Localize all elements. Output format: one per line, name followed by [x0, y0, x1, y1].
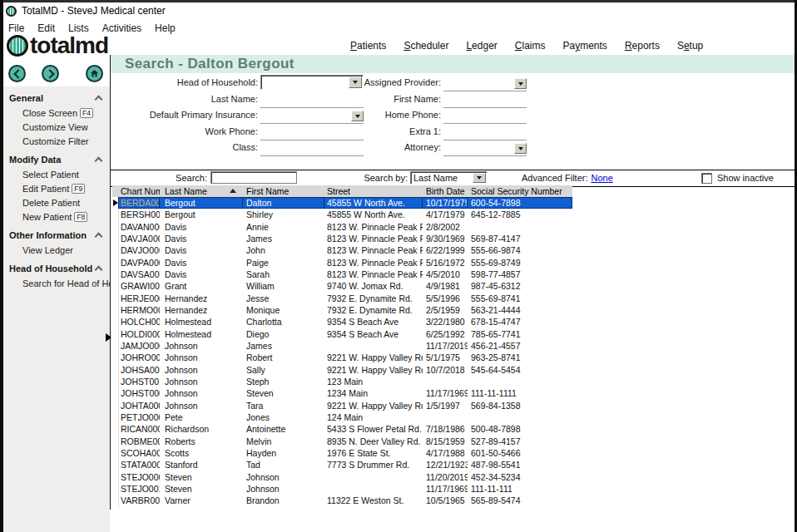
table-row[interactable]: HOLDI000HolmesteadDiego9354 S Beach Ave6…	[112, 328, 572, 340]
chevron-up-icon	[95, 157, 103, 165]
table-cell-chart-number: JOHSA000	[119, 364, 160, 376]
table-cell-first-name: Sally	[243, 364, 324, 376]
column-header-label: Chart Number	[121, 186, 160, 196]
first-name-input[interactable]	[443, 93, 527, 108]
tab-ledger[interactable]: Ledger	[466, 40, 497, 52]
sidebar-section-head-of-household[interactable]: Head of Household	[3, 257, 110, 276]
column-header-social-security-number[interactable]: Social Security Number	[468, 185, 572, 197]
tab-scheduler[interactable]: Scheduler	[403, 40, 448, 52]
table-row[interactable]: HOLCH000HolmesteadCharlotta9354 S Beach …	[112, 316, 572, 328]
sidebar-item-label: Select Patient	[22, 170, 79, 180]
table-row[interactable]: GRAWI000GrantWilliam9740 W. Jomax Rd.4/9…	[112, 280, 572, 292]
row-gutter	[112, 471, 119, 483]
table-row[interactable]: DAVPA000DavisPaige8123 W. Pinnacle Peak …	[112, 257, 572, 268]
table-row[interactable]: JOHST000JohnsonSteven1234 Main11/17/1969…	[112, 387, 572, 399]
row-gutter	[112, 257, 119, 268]
tab-setup[interactable]: Setup	[677, 40, 703, 52]
forward-button[interactable]	[42, 65, 59, 82]
sidebar-section-general[interactable]: General	[3, 86, 110, 106]
table-row[interactable]: DAVJO000DavisJohn8123 W. Pinnacle Peak R…	[112, 244, 572, 256]
column-header-last-name[interactable]: Last Name	[160, 185, 243, 197]
sidebar-item-select-patient[interactable]: Select Patient	[3, 167, 110, 181]
table-row[interactable]: VARBR000VarnerBrandon11322 E Weston St.1…	[112, 495, 572, 506]
back-button[interactable]	[8, 65, 26, 82]
sidebar-item-delete-patient[interactable]: Delete Patient	[3, 195, 110, 209]
search-by-dropdown-button[interactable]	[473, 173, 486, 183]
sidebar-item-new-patient[interactable]: New PatientF8	[3, 209, 110, 224]
table-row[interactable]: JAMJO000JohnsonJames11/17/2019456-21-455…	[112, 340, 572, 352]
sidebar-item-search-for-head-of-hous[interactable]: Search for Head of Hous...	[3, 276, 110, 290]
column-header-birth-date[interactable]: Birth Date	[423, 185, 468, 197]
table-row[interactable]: PETJO000PeteJones124 Main	[112, 411, 572, 423]
tab-claims[interactable]: Claims	[515, 40, 546, 52]
form-row-home-phone: Home Phone:	[316, 107, 527, 123]
table-row[interactable]: JOHTA000JohnsonTara9221 W. Happy Valley …	[112, 400, 572, 411]
assigned-provider-select[interactable]	[443, 76, 527, 91]
table-row[interactable]: JOHRO000JohnsonRobert9221 W. Happy Valle…	[112, 352, 572, 363]
sidebar-item-view-ledger[interactable]: View Ledger	[3, 243, 110, 257]
attorney-select[interactable]	[443, 141, 527, 156]
show-inactive-label: Show inactive	[717, 173, 774, 183]
extra-1-input[interactable]	[443, 126, 527, 140]
table-cell-first-name: Paige	[243, 257, 324, 268]
combo-dropdown-button[interactable]	[514, 78, 527, 89]
sidebar-section-other-information[interactable]: Other Information	[3, 224, 110, 243]
search-by-value: Last Name	[413, 173, 458, 183]
tab-patients[interactable]: Patients	[350, 40, 386, 52]
table-cell-street	[324, 471, 423, 483]
sidebar-item-customize-view[interactable]: Customize View	[3, 120, 110, 134]
table-row[interactable]: JOHSA000JohnsonSally9221 W. Happy Valley…	[112, 364, 572, 376]
column-header-street[interactable]: Street	[324, 185, 423, 197]
table-row[interactable]: ROBME000RobertsMelvin8935 N. Deer Valley…	[112, 436, 572, 447]
table-row[interactable]: STEJO000StevenJohnson11/20/2019452-34-52…	[112, 471, 572, 483]
table-cell-last-name: Richardson	[160, 423, 243, 435]
tab-reports[interactable]: Reports	[625, 40, 660, 52]
table-row[interactable]: DAVAN000DavisAnnie8123 W. Pinnacle Peak …	[112, 221, 572, 233]
sidebar-item-customize-filter[interactable]: Customize Filter	[3, 134, 110, 148]
row-gutter	[112, 316, 119, 328]
search-input[interactable]	[210, 171, 297, 184]
class-label: Class:	[116, 142, 258, 152]
table-row[interactable]: RICAN000RichardsonAntoinette5433 S Flowe…	[112, 423, 572, 435]
search-by-label: Search by:	[356, 173, 408, 183]
table-cell-first-name: Antoinette	[243, 423, 324, 435]
row-gutter	[112, 447, 119, 459]
column-header-first-name[interactable]: First Name	[243, 185, 324, 197]
splitter-arrow-icon[interactable]	[106, 333, 111, 342]
table-row[interactable]: SCOHA000ScottsHayden1976 E State St.4/17…	[112, 447, 572, 459]
show-inactive-checkbox[interactable]	[701, 173, 712, 184]
table-row[interactable]: HERMO000HernandezMonique7932 E. Dynamite…	[112, 304, 572, 316]
table-row[interactable]: BERSH000BergoutShirley45855 W North Ave.…	[112, 209, 572, 220]
table-row[interactable]: STEJO001StevenJohnson11/17/1969111-11-11…	[112, 483, 572, 495]
combo-dropdown-button[interactable]	[514, 143, 527, 154]
table-row[interactable]: DAVJA000DavisJames8123 W. Pinnacle Peak …	[112, 233, 572, 244]
work-phone-label: Work Phone:	[116, 126, 258, 136]
row-gutter	[112, 280, 119, 292]
advanced-filter-none-link[interactable]: None	[591, 173, 612, 183]
tab-payments[interactable]: Payments	[563, 40, 607, 52]
home-button[interactable]	[86, 65, 103, 82]
table-cell-first-name: John	[243, 244, 324, 256]
column-header-chart-number[interactable]: Chart Number	[119, 185, 160, 197]
home-icon	[90, 69, 99, 78]
table-cell-street: 8123 W. Pinnacle Peak Rd.	[324, 221, 423, 233]
table-row[interactable]: JOHST001JohnsonSteph123 Main	[112, 376, 572, 387]
table-cell-last-name: Hernandez	[160, 304, 243, 316]
table-row[interactable]: STATA000StanfordTad7773 S Drummer Rd.12/…	[112, 459, 572, 470]
search-by-select[interactable]: Last Name	[410, 171, 488, 185]
menu-help[interactable]: Help	[155, 22, 176, 34]
sidebar-item-edit-patient[interactable]: Edit PatientF9	[3, 181, 110, 195]
menu-file[interactable]: File	[8, 22, 24, 34]
table-row[interactable]: DAVSA000DavisSarah8123 W. Pinnacle Peak …	[112, 268, 572, 280]
table-cell-last-name: Holmestead	[160, 328, 243, 340]
table-cell-social-security-number: 785-65-7741	[468, 328, 572, 340]
table-cell-chart-number: RICAN000	[119, 423, 160, 435]
table-cell-first-name: William	[243, 280, 324, 292]
table-cell-street: 7932 E. Dynamite Rd.	[324, 304, 423, 316]
table-row[interactable]: BERDA000BergoutDalton45855 W North Ave.1…	[112, 197, 572, 209]
sidebar-section-modify-data[interactable]: Modify Data	[3, 148, 110, 167]
table-row[interactable]: HERJE000HernandezJesse7932 E. Dynamite R…	[112, 293, 572, 304]
home-phone-input[interactable]	[443, 109, 527, 124]
sidebar-item-close-screen[interactable]: Close ScreenF4	[3, 106, 110, 120]
table-cell-first-name: Brandon	[243, 495, 324, 506]
